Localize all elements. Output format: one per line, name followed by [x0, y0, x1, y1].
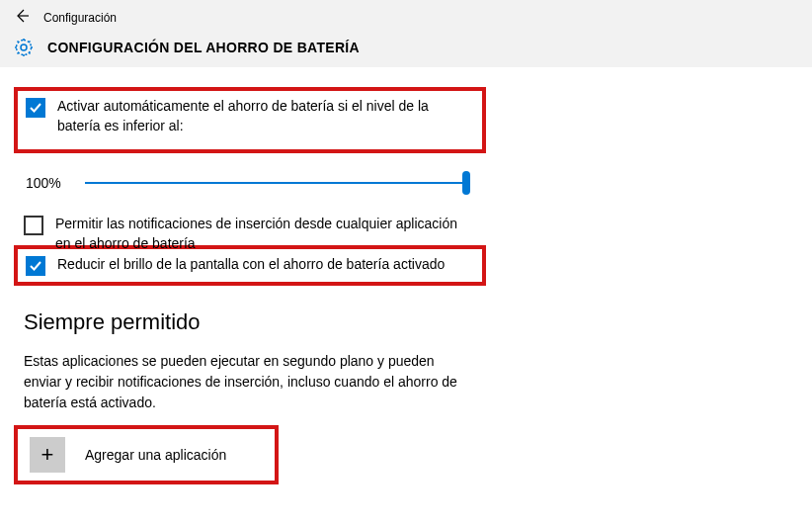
header-small-title: Configuración — [43, 11, 117, 25]
gear-icon — [14, 38, 34, 57]
header-top-row: Configuración — [0, 0, 812, 32]
reduce-brightness-label: Reducir el brillo de la pantalla con el … — [57, 255, 445, 275]
slider-thumb[interactable] — [462, 171, 470, 195]
header-bar: Configuración CONFIGURACIÓN DEL AHORRO D… — [0, 0, 812, 67]
plus-icon: + — [30, 437, 65, 473]
page-title: CONFIGURACIÓN DEL AHORRO DE BATERÍA — [47, 40, 360, 55]
auto-enable-label: Activar automáticamente el ahorro de bat… — [57, 97, 472, 135]
highlight-auto-enable: Activar automáticamente el ahorro de bat… — [14, 87, 486, 153]
threshold-slider[interactable] — [85, 182, 470, 184]
always-allowed-description: Estas aplicaciones se pueden ejecutar en… — [24, 351, 468, 413]
content-area: Activar automáticamente el ahorro de bat… — [0, 67, 812, 504]
auto-enable-checkbox[interactable] — [26, 98, 45, 118]
header-main-row: CONFIGURACIÓN DEL AHORRO DE BATERÍA — [0, 32, 812, 67]
reduce-brightness-checkbox[interactable] — [26, 256, 45, 276]
allow-notifications-label: Permitir las notificaciones de inserción… — [55, 215, 470, 253]
allow-notifications-row: Permitir las notificaciones de inserción… — [24, 215, 788, 253]
always-allowed-title: Siempre permitido — [24, 309, 788, 335]
threshold-slider-row: 100% — [26, 175, 788, 191]
checkmark-icon — [29, 259, 42, 273]
add-app-label: Agregar una aplicación — [85, 447, 226, 463]
slider-value-text: 100% — [26, 175, 61, 191]
checkmark-icon — [29, 101, 42, 115]
allow-notifications-checkbox[interactable] — [24, 216, 43, 235]
back-arrow-icon — [14, 8, 30, 24]
reduce-brightness-row: Reducir el brillo de la pantalla con el … — [26, 255, 474, 276]
svg-point-0 — [21, 44, 27, 50]
add-app-button[interactable]: + Agregar una aplicación — [26, 435, 267, 475]
auto-enable-row: Activar automáticamente el ahorro de bat… — [26, 97, 474, 135]
highlight-add-app: + Agregar una aplicación — [14, 425, 279, 484]
back-button[interactable] — [14, 8, 30, 28]
